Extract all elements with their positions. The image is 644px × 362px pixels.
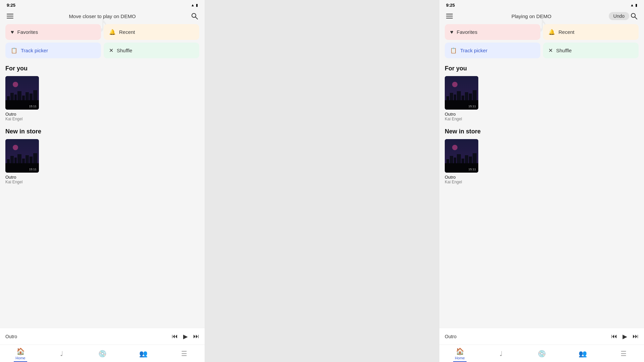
right-phone-panel: 9:25 ▲ ▮ Playing on DEMO Undo ♪ <box>439 0 644 362</box>
right-content-area: ♥ Favorites 🔔 Recent 📋 Track picker ✕ Sh… <box>439 24 644 362</box>
right-for-you-track-thumb: 15:11 <box>445 76 478 110</box>
gap-area <box>205 0 439 362</box>
svg-rect-29 <box>446 18 453 18</box>
battery-icon: ▮ <box>196 3 198 7</box>
left-top-bar: Move closer to play on DEMO <box>0 9 205 24</box>
right-shuffle-label: Shuffle <box>556 48 572 53</box>
svg-rect-27 <box>446 14 453 14</box>
left-track-picker-button[interactable]: 📋 Track picker <box>5 43 101 58</box>
wifi-icon: ▲ <box>191 3 195 7</box>
svg-point-30 <box>631 13 635 17</box>
right-new-in-store-track-thumb: 15:11 <box>445 139 478 173</box>
right-new-in-store-track-name: Outro <box>445 175 456 180</box>
left-header-title: Move closer to play on DEMO <box>15 13 190 19</box>
right-new-in-store-track-artist: Kai Engel <box>445 180 462 184</box>
svg-point-6 <box>13 82 18 87</box>
right-new-in-store-title: New in store <box>445 128 639 135</box>
right-status-icons: ▲ ▮ <box>630 3 637 7</box>
left-search-icon[interactable] <box>190 11 199 21</box>
right-favorites-button[interactable]: ♥ Favorites <box>445 24 540 40</box>
svg-rect-0 <box>7 14 13 14</box>
svg-rect-2 <box>7 18 13 18</box>
track-picker-label: Track picker <box>21 48 48 53</box>
left-new-in-store-title: New in store <box>5 128 199 135</box>
right-recent-label: Recent <box>558 29 575 35</box>
shuffle-label: Shuffle <box>117 48 132 53</box>
right-playing-text: Playing on DEMO <box>454 13 609 19</box>
right-new-in-store-track-card[interactable]: 15:11 Outro Kai Engel <box>445 139 478 184</box>
right-recent-button[interactable]: 🔔 Recent <box>543 24 639 40</box>
left-shuffle-button[interactable]: ✕ Shuffle <box>104 43 199 58</box>
calendar-icon: 📋 <box>11 47 17 54</box>
right-for-you-track-name: Outro <box>445 112 456 117</box>
svg-point-44 <box>452 145 458 150</box>
left-recent-button[interactable]: 🔔 Recent <box>104 24 199 40</box>
right-for-you-track-artist: Kai Engel <box>445 117 462 121</box>
right-for-you-section: For you <box>439 61 644 124</box>
right-wifi-icon: ▲ <box>630 3 634 7</box>
right-search-icon[interactable] <box>629 11 639 21</box>
right-for-you-duration: 15:11 <box>467 104 477 108</box>
right-track-picker-label: Track picker <box>460 48 487 53</box>
left-for-you-duration: 15:11 <box>28 104 38 108</box>
left-status-icons: ▲ ▮ <box>191 3 198 7</box>
left-favorites-button[interactable]: ♥ Favorites <box>5 24 101 40</box>
right-favorites-label: Favorites <box>457 29 478 35</box>
right-top-bar: Playing on DEMO Undo <box>439 9 644 24</box>
left-status-bar: 9:25 ▲ ▮ <box>0 0 205 9</box>
left-new-in-store-track-card[interactable]: 15:11 Outro Kai Engel <box>5 139 39 184</box>
right-status-bar: 9:25 ▲ ▮ <box>439 0 644 9</box>
right-new-in-store-duration: 15:11 <box>467 167 477 171</box>
right-status-time: 9:25 <box>446 3 455 8</box>
right-hamburger-icon[interactable] <box>445 11 454 21</box>
left-new-in-store-section: New in store <box>0 124 205 187</box>
svg-line-31 <box>635 17 637 19</box>
left-status-time: 9:25 <box>7 3 15 8</box>
left-phone-panel: 9:25 ▲ ▮ Move closer to play on DEMO ♪ <box>0 0 205 362</box>
heart-icon: ♥ <box>11 29 14 35</box>
recent-label: Recent <box>119 29 135 35</box>
svg-line-4 <box>196 17 198 19</box>
left-new-in-store-track-artist: Kai Engel <box>5 180 22 184</box>
right-shuffle-icon: ✕ <box>548 47 553 54</box>
left-content-area: ♥ Favorites 🔔 Recent 📋 Track picker ✕ Sh… <box>0 24 205 362</box>
left-for-you-track-artist: Kai Engel <box>5 117 22 121</box>
svg-rect-1 <box>7 16 13 16</box>
right-new-in-store-section: New in store <box>439 124 644 187</box>
left-new-in-store-duration: 15:11 <box>28 167 38 171</box>
right-for-you-track-card[interactable]: 15:11 Outro Kai Engel <box>445 76 478 121</box>
svg-point-17 <box>13 145 18 150</box>
right-track-picker-button[interactable]: 📋 Track picker <box>445 43 540 58</box>
undo-button[interactable]: Undo <box>609 12 629 20</box>
right-for-you-title: For you <box>445 65 639 72</box>
right-battery-icon: ▮ <box>635 3 637 7</box>
bell-icon: 🔔 <box>109 29 116 35</box>
svg-point-3 <box>192 13 196 17</box>
left-for-you-section: For you <box>0 61 205 124</box>
left-for-you-track-card[interactable]: 15:11 Outro Kai Engel <box>5 76 39 121</box>
shuffle-icon: ✕ <box>109 47 113 54</box>
right-shuffle-button[interactable]: ✕ Shuffle <box>543 43 639 58</box>
left-for-you-track-thumb: 15:11 <box>5 76 39 110</box>
right-heart-icon: ♥ <box>450 29 453 35</box>
svg-rect-28 <box>446 16 453 16</box>
svg-point-33 <box>452 82 458 87</box>
favorites-label: Favorites <box>17 29 38 35</box>
left-buttons-grid: ♥ Favorites 🔔 Recent 📋 Track picker ✕ Sh… <box>0 24 205 61</box>
right-buttons-grid: ♥ Favorites 🔔 Recent 📋 Track picker ✕ Sh… <box>439 24 644 61</box>
left-new-in-store-track-name: Outro <box>5 175 16 180</box>
right-bell-icon: 🔔 <box>548 29 555 35</box>
left-for-you-track-name: Outro <box>5 112 16 117</box>
right-calendar-icon: 📋 <box>450 47 457 54</box>
left-hamburger-icon[interactable] <box>5 11 15 21</box>
left-new-in-store-track-thumb: 15:11 <box>5 139 39 173</box>
left-for-you-title: For you <box>5 65 199 72</box>
